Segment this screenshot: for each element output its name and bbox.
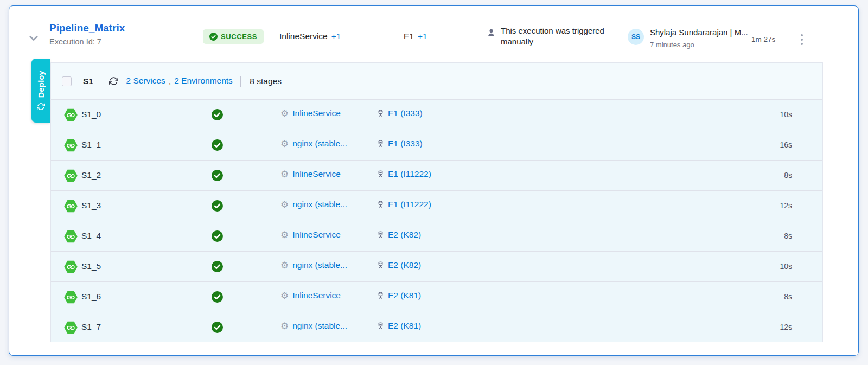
environment-icon [376,109,385,118]
environment-link[interactable]: E1 (I333) [388,108,423,118]
service-link[interactable]: nginx (stable... [292,321,347,331]
service-link[interactable]: nginx (stable... [292,260,347,270]
environment-cell: E2 (K82) [376,260,421,270]
stage-row[interactable]: S1_3 ⚙ nginx (stable... E1 (I11222) 12s [51,191,822,221]
trigger-text: This execution was triggered manually [501,25,621,47]
success-check-icon [212,109,223,120]
environment-link[interactable]: E1 (I333) [388,139,423,149]
link-chain-icon [66,140,75,150]
environment-icon [376,170,385,178]
triggered-by: SS Shylaja Sundararajan | M... 7 minutes… [628,28,748,49]
success-check-icon [212,291,223,303]
link-chain-icon [66,232,75,241]
pipeline-title-link[interactable]: Pipeline_Matrix [49,22,125,34]
link-chain-icon [66,110,75,120]
environment-cell: E2 (K81) [376,321,421,331]
execution-card: Pipeline_Matrix Execution Id: 7 SUCCESS … [9,5,859,356]
environment-link[interactable]: E2 (K81) [388,291,421,300]
stage-duration: 8s [784,171,792,180]
success-check-icon [212,170,223,181]
environment-link[interactable]: E2 (K82) [388,230,421,240]
stage-duration: 12s [780,323,792,331]
service-link[interactable]: InlineService [292,230,341,240]
environment-link[interactable]: E2 (K81) [388,321,421,331]
environment-cell: E2 (K81) [376,291,421,300]
environments-count-link[interactable]: 2 Environments [174,76,233,86]
gear-icon: ⚙ [280,139,289,149]
gear-icon: ⚙ [280,291,289,300]
stage-name: S1_4 [81,231,101,241]
separator: , [169,76,171,86]
title-block: Pipeline_Matrix Execution Id: 7 [49,22,125,46]
stage-group-header: S1 2 Services , 2 Environments 8 stages [51,63,822,100]
collapse-minus-icon[interactable] [62,76,72,86]
service-link[interactable]: nginx (stable... [292,139,347,149]
service-link[interactable]: InlineService [292,169,341,179]
gear-icon: ⚙ [280,109,289,118]
environments-more-link[interactable]: +1 [418,31,427,41]
stage-duration: 8s [784,232,792,240]
environment-cell: E1 (I11222) [376,200,431,209]
stage-name: S1_7 [81,322,101,332]
divider [240,76,241,87]
link-chain-icon [66,201,75,211]
stage-rows: S1_0 ⚙ InlineService E1 (I333) 10s S1_1 [51,100,822,343]
services-count-link[interactable]: 2 Services [126,76,165,86]
environment-icon [376,322,385,330]
service-cell: ⚙ InlineService [280,230,341,240]
service-link[interactable]: InlineService [292,291,341,300]
success-check-icon [212,230,223,242]
gear-icon: ⚙ [280,230,289,240]
stage-row[interactable]: S1_5 ⚙ nginx (stable... E2 (K82) 10s [51,252,822,282]
stage-duration: 16s [780,140,792,149]
stage-row[interactable]: S1_2 ⚙ InlineService E1 (I11222) 8s [51,161,822,191]
stage-row[interactable]: S1_7 ⚙ nginx (stable... E2 (K81) 12s [51,312,822,343]
divider [101,76,102,87]
service-cell: ⚙ nginx (stable... [280,260,347,270]
link-chain-icon [66,262,75,272]
environment-icon [376,261,385,270]
total-duration: 1m 27s [751,35,775,43]
service-link[interactable]: InlineService [292,108,341,118]
check-circle-icon [209,33,218,41]
link-chain-icon [66,323,75,332]
environments-summary: E1+1 [404,31,427,41]
environment-cell: E1 (I333) [376,108,423,118]
kebab-menu-icon[interactable] [795,30,809,49]
services-more-link[interactable]: +1 [331,31,341,41]
environment-link[interactable]: E1 (I11222) [388,169,431,179]
service-cell: ⚙ InlineService [280,291,341,300]
matrix-stage-icon [64,108,78,121]
avatar: SS [628,29,644,45]
deploy-stage-tab[interactable]: Deploy [31,59,50,123]
status-badge: SUCCESS [203,29,264,44]
gear-icon: ⚙ [280,261,289,270]
success-check-icon [212,322,223,333]
trigger-info: This execution was triggered manually [487,25,621,47]
stage-row[interactable]: S1_6 ⚙ InlineService E2 (K81) 8s [51,282,822,312]
stage-duration: 10s [780,262,792,271]
environment-icon [376,291,385,300]
service-cell: ⚙ InlineService [280,108,341,118]
environment-link[interactable]: E2 (K82) [388,260,421,270]
success-check-icon [212,261,223,272]
service-link[interactable]: nginx (stable... [292,200,347,209]
stage-row[interactable]: S1_4 ⚙ InlineService E2 (K82) 8s [51,221,822,252]
environment-link[interactable]: E1 (I11222) [388,200,431,209]
stage-name: S1_0 [81,110,101,119]
chevron-down-icon[interactable] [28,32,40,44]
service-cell: ⚙ nginx (stable... [280,321,347,331]
trigger-time: 7 minutes ago [650,41,748,49]
stage-row[interactable]: S1_1 ⚙ nginx (stable... E1 (I333) 16s [51,130,822,161]
status-label: SUCCESS [221,33,257,41]
gear-icon: ⚙ [280,322,289,331]
execution-header: Pipeline_Matrix Execution Id: 7 SUCCESS … [9,6,858,62]
success-check-icon [212,139,223,151]
matrix-stage-icon [64,260,78,273]
environment-name: E1 [404,31,414,41]
service-cell: ⚙ nginx (stable... [280,139,347,149]
loop-icon [109,76,118,86]
stage-row[interactable]: S1_0 ⚙ InlineService E1 (I333) 10s [51,100,822,130]
link-chain-icon [66,171,75,181]
matrix-stage-icon [64,291,78,304]
